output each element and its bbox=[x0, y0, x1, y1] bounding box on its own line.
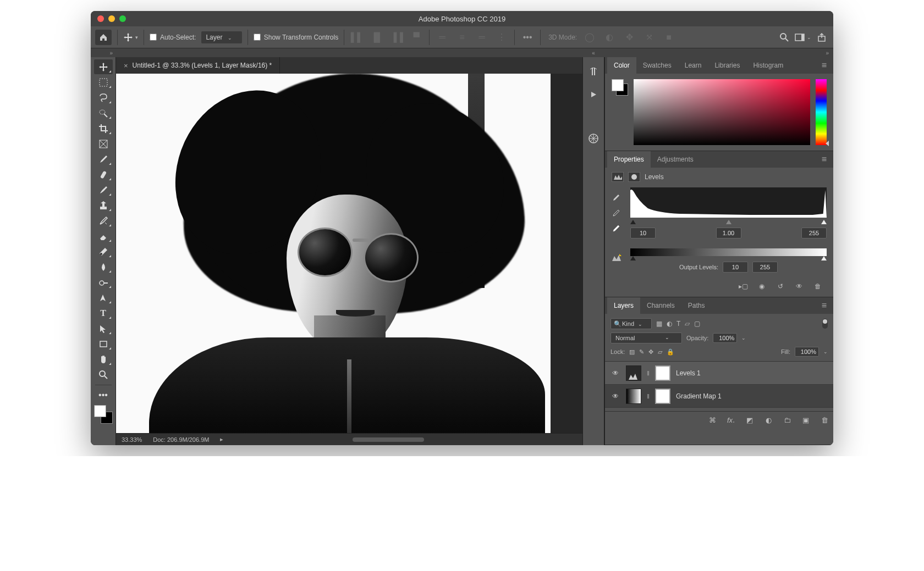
type-tool[interactable]: T bbox=[94, 306, 113, 320]
hue-slider[interactable] bbox=[816, 79, 827, 145]
layer-name[interactable]: Levels 1 bbox=[676, 369, 701, 377]
color-swatches[interactable] bbox=[94, 405, 113, 424]
gamma-slider[interactable] bbox=[726, 220, 732, 224]
distribute-spacing-icon[interactable]: ⋮ bbox=[494, 30, 509, 45]
brushes-panel-icon[interactable] bbox=[587, 65, 600, 78]
canvas-viewport[interactable] bbox=[116, 74, 582, 433]
toolbar-collapse-icon[interactable]: » bbox=[91, 50, 116, 56]
gradient-tool[interactable] bbox=[94, 244, 113, 259]
white-point-slider[interactable] bbox=[821, 220, 827, 224]
brush-tool[interactable] bbox=[94, 182, 113, 197]
3d-pan-icon[interactable]: ✥ bbox=[622, 30, 636, 45]
output-white-field[interactable]: 255 bbox=[752, 262, 778, 273]
doc-info[interactable]: Doc: 206.9M/206.9M bbox=[153, 436, 209, 443]
panels-collapse-icon[interactable]: » bbox=[604, 50, 833, 56]
edit-toolbar-button[interactable]: ••• bbox=[94, 387, 113, 402]
lock-all-icon[interactable]: 🔒 bbox=[667, 348, 674, 356]
link-layers-icon[interactable]: ⌘ bbox=[707, 416, 718, 426]
lock-artboard-icon[interactable]: ▱ bbox=[658, 348, 662, 356]
home-button[interactable] bbox=[95, 30, 112, 45]
levels-histogram[interactable] bbox=[630, 187, 827, 218]
tab-paths[interactable]: Paths bbox=[681, 297, 712, 314]
quick-selection-tool[interactable] bbox=[94, 106, 113, 120]
mask-link-icon[interactable]: ⦀ bbox=[647, 392, 650, 400]
maximize-window-button[interactable] bbox=[119, 15, 126, 22]
black-point-slider[interactable] bbox=[630, 220, 636, 224]
distribute-bottom-icon[interactable]: ═ bbox=[475, 30, 489, 45]
eyedropper-tool[interactable] bbox=[94, 152, 113, 167]
3d-roll-icon[interactable]: ◐ bbox=[602, 30, 617, 45]
input-gamma-field[interactable]: 1.00 bbox=[716, 228, 741, 239]
align-left-edges-icon[interactable]: ▌▌ bbox=[350, 30, 364, 45]
canvas[interactable] bbox=[116, 74, 551, 433]
input-white-field[interactable]: 255 bbox=[801, 228, 827, 239]
tab-properties[interactable]: Properties bbox=[607, 151, 651, 168]
mask-link-icon[interactable]: ⦀ bbox=[647, 369, 650, 377]
show-transform-checkbox[interactable]: Show Transform Controls bbox=[254, 34, 338, 41]
close-window-button[interactable] bbox=[97, 15, 104, 22]
fill-field[interactable]: 100% bbox=[795, 347, 819, 357]
tab-libraries[interactable]: Libraries bbox=[708, 57, 746, 74]
delete-layer-icon[interactable]: 🗑 bbox=[819, 416, 830, 426]
fg-color-swatch[interactable] bbox=[612, 79, 624, 91]
dodge-tool[interactable] bbox=[94, 275, 113, 290]
adjustment-thumbnail[interactable] bbox=[626, 365, 641, 381]
tab-adjustments[interactable]: Adjustments bbox=[651, 151, 700, 168]
auto-select-checkbox[interactable]: Auto-Select: bbox=[150, 34, 196, 41]
blur-tool[interactable] bbox=[94, 259, 113, 274]
input-sliders[interactable] bbox=[630, 220, 827, 225]
hand-tool[interactable] bbox=[94, 352, 113, 367]
share-icon[interactable] bbox=[817, 32, 827, 42]
lasso-tool[interactable] bbox=[94, 90, 113, 105]
view-previous-state-icon[interactable]: ◉ bbox=[756, 282, 767, 290]
reset-icon[interactable]: ↺ bbox=[775, 282, 786, 290]
tab-histogram[interactable]: Histogram bbox=[746, 57, 790, 74]
delete-adjustment-icon[interactable]: 🗑 bbox=[812, 282, 823, 290]
tab-channels[interactable]: Channels bbox=[640, 297, 681, 314]
color-panel-menu-icon[interactable]: ≡ bbox=[817, 60, 831, 70]
toggle-visibility-icon[interactable]: 👁 bbox=[794, 282, 805, 290]
zoom-level[interactable]: 33.33% bbox=[122, 436, 142, 443]
filter-shape-icon[interactable]: ▱ bbox=[685, 320, 690, 328]
layer-style-icon[interactable]: fx˅ bbox=[725, 416, 736, 426]
distribute-top-icon[interactable]: ═ bbox=[435, 30, 449, 45]
opacity-dropdown-icon[interactable]: ⌄ bbox=[741, 335, 746, 341]
distribute-vcenter-icon[interactable]: ≡ bbox=[455, 30, 469, 45]
tab-learn[interactable]: Learn bbox=[678, 57, 708, 74]
visibility-toggle-icon[interactable]: 👁 bbox=[610, 369, 620, 377]
layer-item[interactable]: 👁 ⦀ Levels 1 bbox=[605, 362, 833, 385]
horizontal-scrollbar[interactable] bbox=[353, 437, 424, 442]
properties-panel-menu-icon[interactable]: ≡ bbox=[817, 154, 831, 164]
layer-item[interactable]: 👁 ⦀ Gradient Map 1 bbox=[605, 385, 833, 408]
3d-slide-icon[interactable]: ⤧ bbox=[642, 30, 656, 45]
filter-pixel-icon[interactable]: ▦ bbox=[656, 320, 662, 328]
foreground-color-swatch[interactable] bbox=[94, 405, 106, 417]
marquee-tool[interactable] bbox=[94, 75, 113, 90]
lock-pixels-icon[interactable]: ✎ bbox=[639, 348, 644, 356]
layer-mask-icon[interactable] bbox=[628, 172, 640, 182]
healing-brush-tool[interactable] bbox=[94, 167, 113, 182]
align-right-edges-icon[interactable]: ▐▐ bbox=[389, 30, 404, 45]
crop-tool[interactable] bbox=[94, 121, 113, 136]
align-top-edges-icon[interactable]: ▀ bbox=[409, 30, 424, 45]
navigator-panel-icon[interactable] bbox=[587, 132, 600, 145]
eyedropper-gray-icon[interactable] bbox=[612, 208, 625, 218]
new-adjustment-icon[interactable]: ◐ bbox=[763, 416, 774, 426]
eraser-tool[interactable] bbox=[94, 229, 113, 243]
auto-select-target-select[interactable]: Layer ⌄ bbox=[201, 31, 241, 43]
actions-panel-icon[interactable] bbox=[587, 88, 600, 101]
workspace-switcher-icon[interactable]: ⌄ bbox=[795, 34, 811, 41]
color-panel-swatches[interactable] bbox=[612, 79, 628, 96]
color-field[interactable] bbox=[634, 79, 810, 145]
layer-name[interactable]: Gradient Map 1 bbox=[676, 392, 722, 400]
minimize-window-button[interactable] bbox=[108, 15, 115, 22]
pen-tool[interactable] bbox=[94, 290, 113, 305]
blend-mode-select[interactable]: Normal⌄ bbox=[610, 332, 682, 343]
add-mask-icon[interactable]: ◩ bbox=[744, 416, 755, 426]
search-icon[interactable] bbox=[779, 32, 789, 42]
narrow-dock-collapse-icon[interactable]: « bbox=[582, 50, 604, 56]
align-horizontal-centers-icon[interactable]: ▐▌ bbox=[370, 30, 384, 45]
move-tool-indicator[interactable]: ▾ bbox=[123, 32, 138, 42]
layers-panel-menu-icon[interactable]: ≡ bbox=[817, 301, 831, 311]
mask-thumbnail[interactable] bbox=[655, 389, 670, 404]
